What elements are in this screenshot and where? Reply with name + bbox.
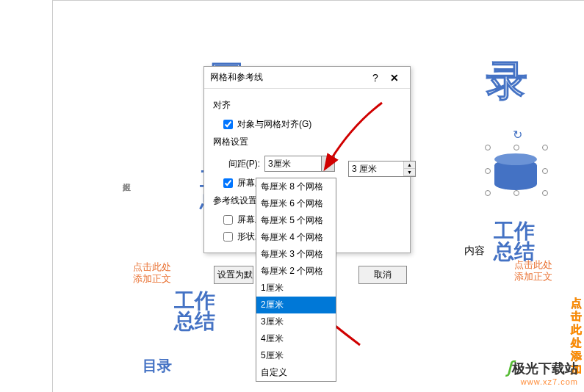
dropdown-item[interactable]: 每厘米 3 个网格 (256, 246, 336, 263)
spacing-label: 间距(P): (223, 158, 260, 170)
dropdown-item[interactable]: 4厘米 (256, 330, 336, 347)
content-label: 内容 (464, 244, 485, 258)
rotate-handle-icon[interactable]: ↻ (513, 128, 522, 142)
spacing-spinner[interactable]: 3 厘米 ▲ ▼ (348, 161, 416, 177)
placeholder-add-text-1[interactable]: 点击此处 添加正文 (133, 261, 171, 284)
cancel-button[interactable]: 取消 (358, 266, 407, 284)
selection-handle[interactable] (542, 190, 548, 196)
selection-handle[interactable] (485, 145, 491, 150)
dropdown-item[interactable]: 每厘米 8 个网格 (256, 178, 336, 195)
align-to-grid-input[interactable] (223, 120, 233, 129)
dropdown-item[interactable]: 自定义 (256, 364, 336, 381)
slide-title-char-2: 录 (486, 54, 530, 109)
section-align-label: 对齐 (213, 99, 401, 112)
dropdown-item[interactable]: 每厘米 2 个网格 (256, 263, 336, 280)
spacing-spinner-value: 3 厘米 (349, 161, 403, 176)
screen-checkbox-2-input[interactable] (223, 215, 233, 225)
dialog-titlebar[interactable]: 网格和参考线 ? ✕ (204, 67, 410, 89)
dropdown-item[interactable]: 5厘米 (256, 347, 336, 364)
placeholder-add-text-2[interactable]: 点击此处 添加正文 (514, 259, 552, 282)
close-icon[interactable]: ✕ (385, 72, 404, 84)
spacing-dropdown-list[interactable]: 每厘米 8 个网格 每厘米 6 个网格 每厘米 5 个网格 每厘米 4 个网格 … (256, 178, 336, 382)
selection-handle[interactable] (542, 145, 548, 150)
dropdown-item[interactable]: 每厘米 6 个网格 (256, 195, 336, 212)
align-to-grid-checkbox[interactable]: 对象与网格对齐(G) (213, 116, 401, 133)
dropdown-item-selected[interactable]: 2厘米 (256, 297, 336, 313)
site-logo: ʃ极光下载站 www.xz7.com (507, 358, 578, 386)
selection-handle[interactable] (542, 168, 548, 174)
chevron-down-icon[interactable]: ▾ (321, 156, 334, 171)
dropdown-item[interactable]: 3厘米 (256, 313, 336, 330)
help-icon[interactable]: ? (366, 72, 385, 84)
toc-label: 目录 (143, 356, 172, 376)
logo-text: ʃ极光下载站 (507, 358, 578, 377)
spacing-dropdown[interactable]: 3厘米 ▾ (264, 156, 335, 172)
set-default-button[interactable]: 设置为默认 (214, 266, 253, 284)
align-to-grid-label: 对象与网格对齐(G) (237, 118, 311, 131)
dropdown-item[interactable]: 每厘米 5 个网格 (256, 212, 336, 229)
selection-handle[interactable] (513, 190, 519, 196)
spinner-up-icon[interactable]: ▲ (404, 161, 415, 169)
spacing-dropdown-value: 3厘米 (265, 158, 321, 170)
dialog-title: 网格和参考线 (210, 71, 366, 84)
text-work-summary-2: 工作 总结 (494, 221, 535, 262)
spinner-down-icon[interactable]: ▼ (404, 169, 415, 176)
selection-handle[interactable] (485, 168, 491, 174)
dropdown-item[interactable]: 1厘米 (256, 280, 336, 297)
text-work-summary-3: 工作 总结 (174, 291, 215, 332)
screen-checkbox-1-input[interactable] (223, 178, 233, 188)
selection-handle[interactable] (513, 145, 519, 150)
selection-handle[interactable] (485, 190, 491, 196)
section-grid-label: 网格设置 (213, 136, 401, 148)
dropdown-item[interactable]: 每厘米 4 个网格 (256, 229, 336, 246)
logo-url: www.xz7.com (507, 377, 578, 386)
shape-align-input[interactable] (223, 232, 233, 242)
cylinder-shape[interactable] (494, 159, 537, 190)
